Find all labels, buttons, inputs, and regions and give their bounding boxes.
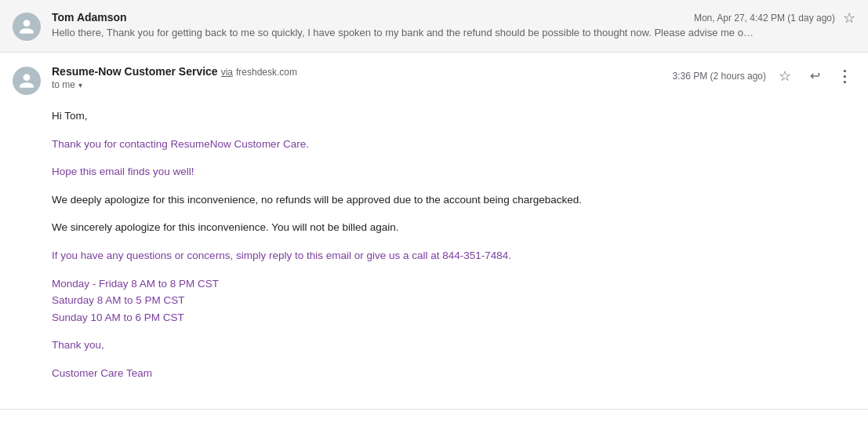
hours-block: Monday - Friday 8 AM to 8 PM CST Saturda…: [52, 275, 855, 326]
star-icon-1[interactable]: ☆: [843, 11, 855, 25]
reply-icon[interactable]: ↩: [804, 65, 826, 87]
to-me-row: to me ▾: [52, 79, 673, 90]
via-domain: freshdesk.com: [236, 67, 297, 78]
body-line3: We deeply apologize for this inconvenien…: [52, 194, 582, 206]
body-closing: Thank you,: [52, 339, 104, 351]
expanded-meta-right: 3:36 PM (2 hours ago) ☆ ↩ ⋮: [673, 65, 855, 87]
expanded-sender-block: Resume-Now Customer Service via freshdes…: [52, 65, 673, 90]
avatar-tom: [13, 13, 41, 41]
email-row-2: Resume-Now Customer Service via freshdes…: [0, 53, 868, 410]
hours-line2: Saturday 8 AM to 5 PM CST: [52, 292, 855, 309]
star-icon-2[interactable]: ☆: [774, 65, 796, 87]
to-me-dropdown-icon[interactable]: ▾: [78, 81, 82, 89]
body-line2: Hope this email finds you well!: [52, 166, 194, 177]
body-line5: If you have any questions or concerns, s…: [52, 250, 511, 261]
email-time-2: 3:36 PM (2 hours ago): [673, 71, 766, 82]
hours-line1: Monday - Friday 8 AM to 8 PM CST: [52, 275, 855, 293]
more-options-icon[interactable]: ⋮: [833, 65, 855, 87]
body-line1: Thank you for contacting ResumeNow Custo…: [52, 138, 309, 150]
expanded-header: Resume-Now Customer Service via freshdes…: [13, 65, 855, 95]
email-row-1[interactable]: Tom Adamson Mon, Apr 27, 4:42 PM (1 day …: [0, 0, 868, 53]
hours-line3: Sunday 10 AM to 6 PM CST: [52, 309, 855, 326]
email-time-1: Mon, Apr 27, 4:42 PM (1 day ago): [694, 13, 835, 24]
avatar-resumenow: [13, 67, 41, 95]
to-me-text: to me: [52, 79, 75, 90]
email-preview-1: Hello there, Thank you for getting back …: [52, 27, 757, 38]
body-line4: We sincerely apologize for this inconven…: [52, 221, 399, 233]
sender-name-1: Tom Adamson: [52, 11, 127, 24]
email-body: Hi Tom, Thank you for contacting ResumeN…: [52, 108, 855, 382]
email-thread: Tom Adamson Mon, Apr 27, 4:42 PM (1 day …: [0, 0, 868, 410]
via-label: via: [221, 67, 233, 78]
sender-name-2: Resume-Now Customer Service: [52, 65, 218, 78]
body-signature: Customer Care Team: [52, 367, 152, 379]
email-meta-right-1: Mon, Apr 27, 4:42 PM (1 day ago) ☆: [694, 11, 855, 25]
email-content-1: Tom Adamson Mon, Apr 27, 4:42 PM (1 day …: [52, 11, 855, 38]
body-greeting: Hi Tom,: [52, 110, 88, 122]
